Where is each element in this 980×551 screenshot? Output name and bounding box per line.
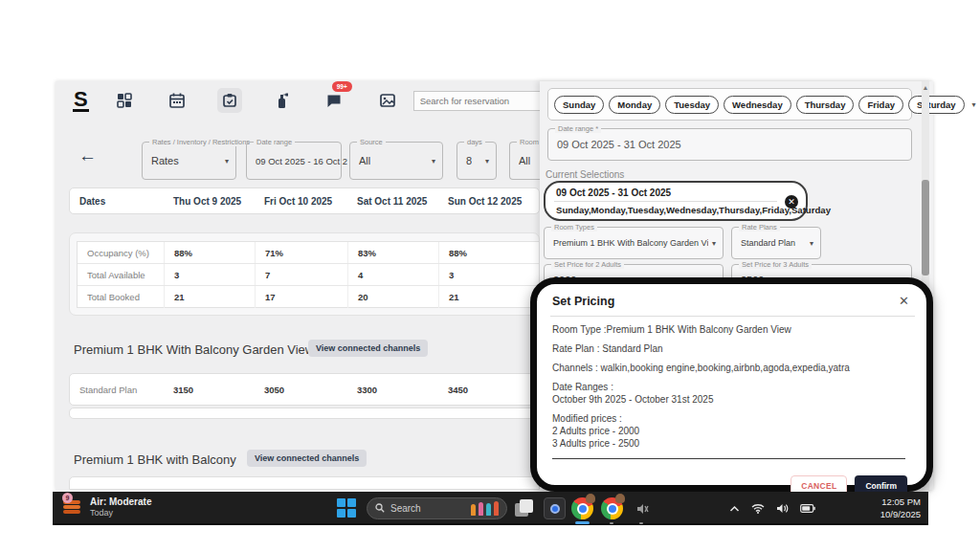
rate-plans-select[interactable]: Rate Plans Standard Plan ▾ <box>731 227 821 259</box>
search-icon <box>375 503 385 515</box>
cell: 88% <box>164 242 255 263</box>
rate-plans-value: Standard Plan <box>741 238 795 248</box>
messages-icon[interactable]: 99+ <box>323 88 347 113</box>
reports-icon[interactable] <box>375 88 400 113</box>
modal-modified-label: Modified prices : <box>552 413 911 424</box>
close-icon[interactable]: ✕ <box>899 294 909 308</box>
modal-rate-plan: Rate Plan : Standard Plan <box>552 343 911 354</box>
days-value: 8 <box>466 155 472 166</box>
table-row: Total Available 3 7 4 3 <box>78 264 539 286</box>
col-header-thu: Thu Oct 9 2025 <box>164 196 255 207</box>
days-select[interactable]: days 8 ▾ <box>457 142 497 180</box>
source-label: Source <box>357 138 386 146</box>
room-types-label: Room Types <box>551 223 597 231</box>
camera-app-icon[interactable] <box>544 497 566 519</box>
rate-plans-label: Rate Plans <box>739 223 780 231</box>
chevron-down-icon: ▾ <box>225 157 229 165</box>
filter-date-range[interactable]: Date range 09 Oct 2025 - 16 Oct 2 <box>246 142 342 180</box>
day-pill-wednesday[interactable]: Wednesday <box>724 96 791 114</box>
col-header-dates: Dates <box>70 196 164 207</box>
view-connected-channels-button-1[interactable]: View connected channels <box>308 340 428 357</box>
rate-cell[interactable]: 3050 <box>255 385 347 395</box>
cell: 21 <box>164 286 255 308</box>
start-button[interactable] <box>337 498 357 518</box>
rates-mode-select[interactable]: Rates / Inventory / Restrictions Rates ▾ <box>142 142 236 180</box>
room-type-title-2: Premium 1 BHK with Balcony <box>74 452 236 467</box>
chevron-down-icon: ▾ <box>485 157 489 165</box>
chrome-icon-2[interactable] <box>601 497 623 519</box>
air-quality-badge: 9 <box>62 493 73 503</box>
scroll-up-icon[interactable]: ▲ <box>922 83 929 93</box>
task-view-icon[interactable] <box>513 497 535 519</box>
dashboard-icon[interactable] <box>112 88 137 113</box>
tray-chevron-icon[interactable] <box>729 505 740 513</box>
modal-room-type: Room Type :Premium 1 BHK With Balcony Ga… <box>552 324 911 335</box>
wifi-icon[interactable] <box>751 503 765 514</box>
source-select[interactable]: Source All ▾ <box>349 142 443 180</box>
rate-plan-row: Standard Plan 3150 3050 3300 3450 <box>69 373 540 406</box>
remove-selection-icon[interactable]: ✕ <box>785 195 798 209</box>
weather-widget[interactable]: 9 Air: Moderate Today <box>60 496 151 518</box>
col-header-sat: Sat Oct 11 2025 <box>347 196 438 207</box>
day-pill-friday[interactable]: Friday <box>858 96 903 114</box>
modal-title: Set Pricing <box>552 295 614 308</box>
price-3-adults-label: Set Price for 3 Adults <box>739 260 812 269</box>
panel-date-range[interactable]: Date range * 09 Oct 2025 - 31 Oct 2025 <box>547 128 912 161</box>
open-app-dot <box>639 522 643 524</box>
chrome-icon-1[interactable] <box>571 497 593 519</box>
room-types-select[interactable]: Room Types Premium 1 BHK With Balcony Ga… <box>544 227 724 259</box>
row-label: Total Booked <box>78 286 164 308</box>
housekeeping-icon[interactable] <box>270 88 295 113</box>
day-pill-sunday[interactable]: Sunday <box>554 96 604 114</box>
table-row: Total Booked 21 17 20 21 <box>78 286 539 308</box>
taskbar-clock[interactable]: 12:05 PM 10/9/2025 <box>880 496 921 520</box>
day-pill-saturday[interactable]: Saturday <box>908 96 965 114</box>
cell: 3 <box>438 264 539 285</box>
days-multiselect[interactable]: Sunday Monday Tuesday Wednesday Thursday… <box>547 88 912 121</box>
system-tray-app-icon[interactable] <box>631 497 653 519</box>
modal-date-ranges-label: Date Ranges : <box>552 382 911 392</box>
scrollbar-thumb[interactable] <box>922 180 929 276</box>
col-header-fri: Fri Oct 10 2025 <box>255 196 347 207</box>
room-value: All <box>519 155 530 166</box>
rates-mode-value: Rates <box>151 155 179 166</box>
rates-mode-label: Rates / Inventory / Restrictions <box>149 138 253 146</box>
occupancy-table: Occupancy (%) 88% 71% 83% 88% Total Avai… <box>77 241 540 308</box>
open-app-dot <box>610 522 613 524</box>
divider <box>554 201 777 202</box>
rates-calendar-icon[interactable] <box>217 88 242 113</box>
rate-cell[interactable]: 3450 <box>438 385 539 395</box>
rate-plan-label: Standard Plan <box>70 385 164 395</box>
speaker-icon[interactable] <box>776 503 789 514</box>
current-selections-label: Current Selections <box>546 169 624 180</box>
battery-icon[interactable] <box>800 504 815 513</box>
taskbar-search[interactable]: Search <box>367 497 507 519</box>
clock-date: 10/9/2025 <box>880 508 921 520</box>
calendar-icon[interactable] <box>165 88 189 113</box>
day-pill-monday[interactable]: Monday <box>609 96 660 114</box>
chevron-down-icon: ▾ <box>712 239 716 248</box>
messages-badge: 99+ <box>332 81 352 92</box>
app-logo[interactable]: S <box>73 90 89 112</box>
taskbar-search-label: Search <box>390 503 471 514</box>
row-label: Occupancy (%) <box>78 242 164 263</box>
price-2-adults-label: Set Price for 2 Adults <box>551 260 624 269</box>
table-row: Occupancy (%) 88% 71% 83% 88% <box>78 242 539 264</box>
rate-cell[interactable]: 3300 <box>347 385 438 395</box>
day-pill-tuesday[interactable]: Tuesday <box>665 96 719 114</box>
set-pricing-modal: Set Pricing ✕ Room Type :Premium 1 BHK W… <box>530 277 933 492</box>
cell: 20 <box>347 286 438 308</box>
selection-chip-dates: 09 Oct 2025 - 31 Oct 2025 <box>556 187 777 198</box>
cell: 71% <box>255 242 347 263</box>
view-connected-channels-button-2[interactable]: View connected channels <box>247 450 367 467</box>
back-arrow-icon[interactable]: ← <box>78 145 97 166</box>
rate-cell[interactable]: 3150 <box>164 385 255 395</box>
chevron-down-icon: ▾ <box>432 157 435 165</box>
weather-line1: Air: Moderate <box>90 496 151 507</box>
app-window: S 99+ <box>56 81 933 490</box>
day-pill-thursday[interactable]: Thursday <box>796 96 855 114</box>
taskbar: 9 Air: Moderate Today Search <box>53 492 928 525</box>
room-label: Room <box>517 138 542 146</box>
room-types-value: Premium 1 BHK With Balcony Garden View <box>553 238 708 248</box>
panel-date-range-value: 09 Oct 2025 - 31 Oct 2025 <box>557 139 681 150</box>
